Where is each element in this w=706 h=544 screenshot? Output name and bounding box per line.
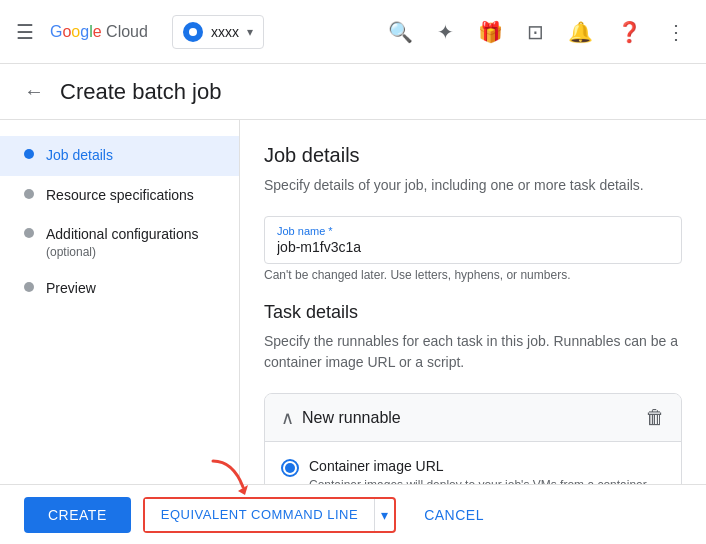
- cancel-button[interactable]: CANCEL: [408, 497, 500, 533]
- sidebar-item-additional[interactable]: Additional configurations (optional): [0, 215, 239, 269]
- container-image-radio[interactable]: [281, 459, 299, 477]
- red-arrow-icon: [203, 459, 253, 495]
- sidebar-label-resource: Resource specifications: [46, 186, 194, 206]
- sidebar-dot-resource: [24, 189, 34, 199]
- sidebar-label-job-details: Job details: [46, 146, 113, 166]
- hamburger-icon[interactable]: ☰: [16, 20, 34, 44]
- help-icon[interactable]: ❓: [613, 16, 646, 48]
- runnable-body: Container image URL Container images wil…: [265, 442, 681, 484]
- job-details-title: Job details: [264, 144, 682, 167]
- project-icon: [183, 22, 203, 42]
- job-name-label: Job name *: [277, 225, 669, 237]
- more-icon[interactable]: ⋮: [662, 16, 690, 48]
- arrow-indicator: EQUIVALENT COMMAND LINE ▾: [143, 497, 396, 533]
- runnable-header: ∧ New runnable 🗑: [265, 394, 681, 442]
- sidebar-label-preview: Preview: [46, 279, 96, 299]
- job-name-field[interactable]: Job name *: [264, 216, 682, 264]
- back-button[interactable]: ←: [24, 80, 44, 103]
- bottom-bar: CREATE EQUIVALENT COMMAND LINE ▾ CANCEL: [0, 484, 706, 544]
- page-header: ← Create batch job: [0, 64, 706, 120]
- sidebar-sublabel-additional: (optional): [46, 245, 199, 259]
- content-area: Job details Specify details of your job,…: [240, 120, 706, 484]
- container-image-option[interactable]: Container image URL Container images wil…: [281, 458, 665, 484]
- runnable-title: New runnable: [302, 409, 401, 427]
- project-name: xxxx: [211, 24, 239, 40]
- sidebar-item-job-details[interactable]: Job details: [0, 136, 239, 176]
- gift-icon[interactable]: 🎁: [474, 16, 507, 48]
- job-name-hint: Can't be changed later. Use letters, hyp…: [264, 268, 682, 282]
- job-details-desc: Specify details of your job, including o…: [264, 175, 682, 196]
- delete-runnable-icon[interactable]: 🗑: [645, 406, 665, 429]
- sidebar: Job details Resource specifications Addi…: [0, 120, 240, 484]
- runnable-header-left: ∧ New runnable: [281, 407, 401, 429]
- task-details-title: Task details: [264, 302, 682, 323]
- collapse-icon[interactable]: ∧: [281, 407, 294, 429]
- equivalent-command-button[interactable]: EQUIVALENT COMMAND LINE: [145, 499, 374, 531]
- project-dropdown-icon: ▾: [247, 25, 253, 39]
- container-image-label: Container image URL: [309, 458, 665, 474]
- sidebar-dot-preview: [24, 282, 34, 292]
- sidebar-dot-job-details: [24, 149, 34, 159]
- sidebar-label-additional: Additional configurations: [46, 225, 199, 245]
- main-layout: Job details Resource specifications Addi…: [0, 120, 706, 484]
- top-nav: ☰ Google Cloud xxxx ▾ 🔍 ✦ 🎁 ⊡ 🔔 ❓ ⋮: [0, 0, 706, 64]
- page-title: Create batch job: [60, 79, 221, 105]
- bell-icon[interactable]: 🔔: [564, 16, 597, 48]
- job-name-input[interactable]: [277, 239, 669, 255]
- spark-icon[interactable]: ✦: [433, 16, 458, 48]
- equivalent-wrapper: EQUIVALENT COMMAND LINE ▾: [143, 497, 396, 533]
- runnable-card: ∧ New runnable 🗑 Container image URL Con…: [264, 393, 682, 484]
- container-image-desc: Container images will deploy to your job…: [309, 476, 665, 484]
- equivalent-dropdown-button[interactable]: ▾: [374, 499, 394, 531]
- sidebar-dot-additional: [24, 228, 34, 238]
- sidebar-item-resource[interactable]: Resource specifications: [0, 176, 239, 216]
- task-details-desc: Specify the runnables for each task in t…: [264, 331, 682, 373]
- google-cloud-logo[interactable]: Google Cloud: [50, 23, 148, 41]
- project-selector[interactable]: xxxx ▾: [172, 15, 264, 49]
- terminal-icon[interactable]: ⊡: [523, 16, 548, 48]
- sidebar-item-preview[interactable]: Preview: [0, 269, 239, 309]
- search-icon[interactable]: 🔍: [384, 16, 417, 48]
- create-button[interactable]: CREATE: [24, 497, 131, 533]
